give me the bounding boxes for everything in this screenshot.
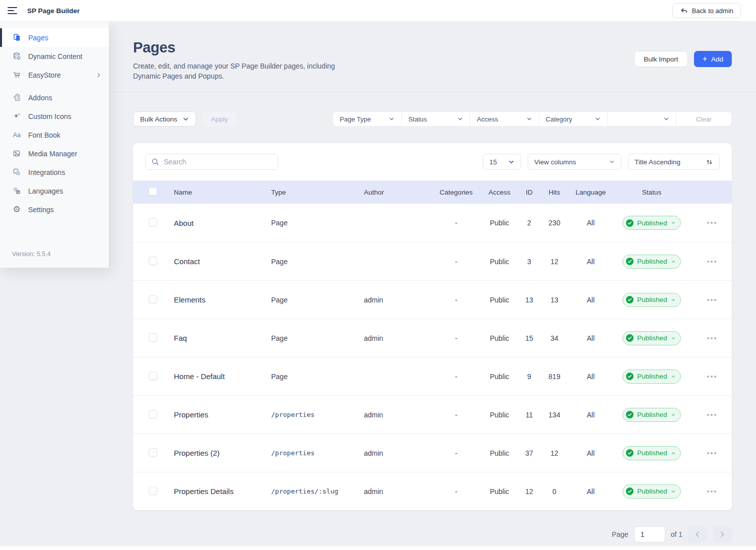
- app-title: SP Page Builder: [27, 7, 80, 15]
- table-row: Properties Details /properties/:slug adm…: [133, 472, 732, 510]
- page-access-cell: Public: [480, 334, 519, 342]
- menu-toggle-icon[interactable]: [8, 7, 19, 14]
- sidebar-item-settings[interactable]: ⚙ Settings: [0, 200, 109, 219]
- page-title: Pages: [133, 39, 361, 56]
- status-badge[interactable]: Published: [622, 484, 680, 499]
- row-actions-menu[interactable]: [706, 334, 717, 342]
- gear-icon: ⚙: [12, 205, 21, 214]
- page-language-cell: All: [570, 487, 612, 496]
- page-hits-cell: 0: [539, 487, 570, 496]
- page-name-link[interactable]: Properties (2): [174, 449, 271, 457]
- bulk-import-button[interactable]: Bulk Import: [634, 51, 687, 67]
- sidebar-item-custom-icons[interactable]: Custom Icons: [0, 107, 109, 126]
- column-header-hits[interactable]: Hits: [539, 189, 570, 196]
- column-header-access[interactable]: Access: [480, 189, 519, 196]
- row-checkbox[interactable]: [149, 257, 157, 265]
- chevron-down-icon: [671, 220, 676, 225]
- sort-select[interactable]: Title Ascending: [628, 154, 720, 170]
- row-checkbox[interactable]: [149, 333, 157, 342]
- row-actions-menu[interactable]: [706, 373, 717, 381]
- status-badge[interactable]: Published: [622, 216, 680, 230]
- status-badge[interactable]: Published: [622, 370, 680, 384]
- page-name-link[interactable]: Properties Details: [174, 487, 271, 496]
- column-header-name[interactable]: Name: [174, 189, 271, 196]
- next-page-button[interactable]: [713, 526, 732, 542]
- chevron-down-icon: [671, 412, 676, 417]
- filter-page-type[interactable]: Page Type: [333, 112, 402, 126]
- row-checkbox[interactable]: [149, 448, 157, 457]
- page-name-link[interactable]: Contact: [174, 257, 271, 266]
- page-type-cell: /properties: [271, 449, 364, 457]
- status-badge[interactable]: Published: [622, 446, 680, 460]
- page-name-link[interactable]: Faq: [174, 334, 271, 342]
- page-name-link[interactable]: Home - Default: [174, 372, 271, 381]
- page-id-cell: 12: [519, 487, 539, 496]
- check-icon: [626, 411, 634, 418]
- sidebar-item-addons[interactable]: Addons: [0, 88, 109, 107]
- add-button[interactable]: + Add: [694, 51, 732, 67]
- filter-category[interactable]: Category: [539, 112, 608, 126]
- column-header-type[interactable]: Type: [271, 189, 364, 196]
- filter-status[interactable]: Status: [402, 112, 470, 126]
- sidebar-item-pages[interactable]: Pages: [0, 28, 109, 47]
- sidebar-item-dynamic-content[interactable]: Dynamic Content: [0, 47, 109, 66]
- page-name-link[interactable]: Properties: [174, 410, 271, 419]
- chevron-down-icon: [182, 116, 189, 123]
- row-checkbox[interactable]: [149, 372, 157, 380]
- page-name-link[interactable]: About: [174, 219, 271, 227]
- page-size-select[interactable]: 15: [483, 154, 521, 170]
- page-author-cell: admin: [364, 449, 432, 457]
- status-badge[interactable]: Published: [622, 293, 680, 307]
- header-divider: [109, 92, 756, 92]
- column-header-language[interactable]: Language: [570, 189, 612, 196]
- previous-page-button[interactable]: [688, 526, 707, 542]
- page-language-cell: All: [570, 334, 612, 342]
- status-badge[interactable]: Published: [622, 255, 680, 269]
- column-header-categories[interactable]: Categories: [432, 189, 480, 196]
- back-to-admin-button[interactable]: Back to admin: [672, 3, 741, 18]
- apply-button[interactable]: Apply: [203, 111, 236, 127]
- sidebar-item-integrations[interactable]: Integrations: [0, 163, 109, 181]
- check-icon: [626, 449, 634, 457]
- integrations-icon: [12, 168, 21, 177]
- page-name-link[interactable]: Elements: [174, 295, 271, 304]
- row-actions-menu[interactable]: [706, 296, 717, 304]
- row-checkbox[interactable]: [149, 410, 157, 418]
- filter-access[interactable]: Access: [470, 112, 539, 126]
- pages-table-card: 15 View columns Title Ascending Name Typ…: [133, 143, 732, 510]
- page-id-cell: 3: [519, 258, 539, 266]
- page-author-cell: admin: [364, 334, 432, 342]
- sidebar-item-easystore[interactable]: EasyStore: [0, 66, 109, 84]
- row-actions-menu[interactable]: [706, 487, 717, 496]
- status-badge[interactable]: Published: [622, 408, 680, 422]
- page-hits-cell: 230: [539, 219, 570, 227]
- sidebar-item-font-book[interactable]: Aa Font Book: [0, 126, 109, 144]
- page-count-label: of 1: [671, 530, 682, 538]
- page-author-cell: admin: [364, 296, 432, 304]
- filter-clear-button[interactable]: Clear: [676, 112, 731, 126]
- page-hits-cell: 34: [539, 334, 570, 342]
- column-header-author[interactable]: Author: [364, 189, 432, 196]
- chevron-down-icon: [663, 116, 669, 122]
- column-header-status[interactable]: Status: [612, 189, 691, 196]
- status-badge[interactable]: Published: [622, 331, 680, 345]
- select-all-checkbox[interactable]: [149, 187, 157, 196]
- row-actions-menu[interactable]: [706, 258, 717, 266]
- row-checkbox[interactable]: [149, 486, 157, 495]
- page-access-cell: Public: [480, 219, 519, 227]
- page-number-input[interactable]: [634, 526, 665, 542]
- check-icon: [626, 487, 634, 495]
- row-actions-menu[interactable]: [706, 219, 717, 227]
- row-checkbox[interactable]: [149, 218, 157, 226]
- sidebar-item-media-manager[interactable]: Media Manager: [0, 144, 109, 163]
- table-row: Properties /properties admin - Public 11…: [133, 395, 732, 434]
- sidebar-item-languages[interactable]: a Languages: [0, 181, 109, 200]
- row-checkbox[interactable]: [149, 295, 157, 303]
- row-actions-menu[interactable]: [706, 411, 717, 419]
- view-columns-select[interactable]: View columns: [528, 154, 621, 170]
- column-header-id[interactable]: ID: [519, 189, 539, 196]
- search-input[interactable]: [164, 158, 272, 166]
- filter-extra[interactable]: [608, 112, 676, 126]
- bulk-actions-dropdown[interactable]: Bulk Actions: [133, 111, 196, 127]
- row-actions-menu[interactable]: [706, 449, 717, 457]
